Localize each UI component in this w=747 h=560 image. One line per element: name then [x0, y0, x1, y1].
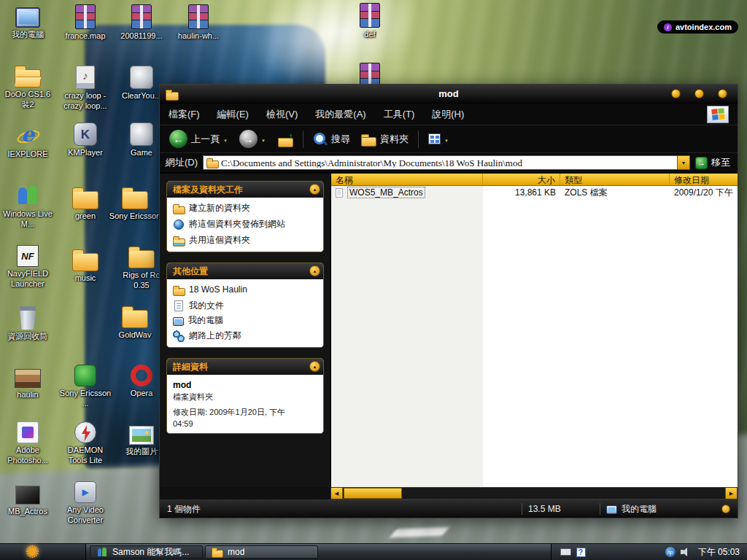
- status-location: 我的電腦: [606, 503, 716, 516]
- desktop-icon[interactable]: Windows Live M...: [0, 184, 55, 230]
- desktop-icon[interactable]: Any Video Converter: [58, 481, 113, 526]
- place-link[interactable]: 網路上的芳鄰: [173, 330, 317, 342]
- desktop-icon-label: haulin-wh...: [178, 31, 219, 42]
- desktop-icon[interactable]: 我的電腦: [0, 4, 55, 40]
- help-tray-icon[interactable]: [576, 548, 586, 557]
- desktop-icon-label: Sony Ericsson ...: [58, 389, 112, 409]
- menu-bar-items: 檔案(F)編輯(E)檢視(V)我的最愛(A)工具(T)說明(H): [169, 108, 464, 121]
- toolbar-separator: [418, 131, 419, 148]
- place-link[interactable]: 18 WoS Haulin: [173, 284, 317, 296]
- task-link-label: 共用這個資料夾: [189, 236, 250, 246]
- hp-tray-icon[interactable]: [665, 547, 676, 557]
- collapse-button[interactable]: [309, 184, 320, 195]
- search-label: 搜尋: [331, 133, 350, 146]
- desktop-icon[interactable]: GoldWav: [107, 305, 163, 341]
- column-header[interactable]: 名稱: [331, 174, 483, 185]
- address-input[interactable]: C:\Documents and Settings\Administrator\…: [203, 155, 690, 170]
- desktop-icon[interactable]: haulin: [0, 365, 55, 400]
- menu-help[interactable]: 說明(H): [432, 108, 464, 121]
- windows-flag-icon: [711, 108, 724, 120]
- menu-favorites[interactable]: 我的最愛(A): [315, 108, 365, 121]
- scrollbar-thumb[interactable]: [344, 488, 402, 499]
- desktop-icon[interactable]: france.map: [58, 4, 113, 42]
- close-button[interactable]: [718, 89, 727, 98]
- status-separator: [600, 503, 600, 515]
- watermark-badge[interactable]: avtoindex.com: [657, 20, 738, 34]
- back-button[interactable]: 上一頁: [166, 128, 233, 150]
- volume-icon[interactable]: [681, 548, 690, 556]
- desktop-icon-label: crazy loop - crazy loop...: [58, 91, 112, 112]
- details-header[interactable]: 詳細資料: [167, 359, 323, 375]
- collapse-button[interactable]: [309, 265, 320, 276]
- title-bar[interactable]: mod: [160, 85, 738, 104]
- desktop-icon[interactable]: DAEMON Tools Lite: [58, 421, 113, 466]
- horizontal-scrollbar[interactable]: ◀ ▶: [330, 487, 738, 499]
- go-label: 移至: [711, 156, 730, 169]
- task-link-label: 我的文件: [189, 301, 224, 311]
- start-button[interactable]: [0, 544, 86, 560]
- desktop-icon[interactable]: DoOo CS1.6 裝2: [0, 64, 55, 110]
- file-row[interactable]: WOS5_MB_Actros13,861 KBZOLS 檔案2009/1/20 …: [331, 186, 738, 199]
- desktop-icon[interactable]: Sony Ericsson: [107, 186, 163, 222]
- place-link[interactable]: 我的文件: [173, 300, 317, 311]
- place-link[interactable]: 我的電腦: [173, 316, 317, 326]
- file-rows-area[interactable]: WOS5_MB_Actros13,861 KBZOLS 檔案2009/1/20 …: [331, 186, 738, 487]
- desktop-icon[interactable]: crazy loop - crazy loop...: [58, 66, 113, 112]
- desktop-icon[interactable]: MB_Actros: [0, 481, 55, 517]
- keyboard-tray-icon[interactable]: [560, 548, 571, 556]
- newfolder-icon: [173, 203, 185, 214]
- search-button[interactable]: 搜尋: [309, 130, 354, 149]
- desktop-icon[interactable]: NavyFIELD Launcher: [0, 245, 55, 289]
- column-headers: 名稱大小類型修改日期: [331, 174, 738, 186]
- file-tasks-header[interactable]: 檔案及資料夾工作: [167, 182, 323, 198]
- menu-tools[interactable]: 工具(T): [384, 108, 415, 121]
- desktop-icon-label: KMPlayer: [68, 148, 103, 158]
- task-button-label: mod: [228, 547, 244, 557]
- desktop-icon[interactable]: 20081199...: [114, 4, 169, 42]
- forward-button[interactable]: [236, 128, 271, 150]
- task-link[interactable]: 將這個資料夾發佈到網站: [173, 219, 317, 230]
- status-location-label: 我的電腦: [622, 503, 657, 516]
- desktop-icon[interactable]: music: [58, 248, 113, 284]
- views-dropdown-icon[interactable]: [444, 133, 450, 144]
- desktop-icon[interactable]: Sony Ericsson ...: [58, 365, 113, 409]
- maximize-button[interactable]: [694, 89, 704, 98]
- address-dropdown-button[interactable]: [677, 156, 689, 169]
- go-button[interactable]: 移至: [695, 156, 732, 169]
- desktop-icon[interactable]: 資源回收筒: [0, 306, 55, 342]
- taskbar-task[interactable]: Samson 能幫我嗎...: [90, 545, 203, 559]
- menu-file[interactable]: 檔案(F): [169, 108, 200, 121]
- menu-edit[interactable]: 編輯(E): [217, 108, 249, 121]
- collapse-button[interactable]: [309, 361, 320, 372]
- window-title: mod: [160, 88, 738, 99]
- status-size: 13.5 MB: [528, 504, 594, 514]
- task-link[interactable]: 建立新的資料夾: [173, 203, 317, 214]
- scroll-left-button[interactable]: ◀: [331, 488, 343, 499]
- desktop-icon[interactable]: green: [58, 186, 113, 222]
- forward-dropdown-icon[interactable]: [261, 133, 267, 144]
- photoshop-icon: [17, 421, 39, 443]
- column-header[interactable]: 大小: [483, 174, 560, 185]
- desktop-icon[interactable]: IEXPLORE: [0, 122, 55, 160]
- desktop-icon[interactable]: Adobe Photosho...: [0, 421, 55, 466]
- views-button[interactable]: [425, 131, 454, 147]
- task-link[interactable]: 共用這個資料夾: [173, 235, 317, 246]
- clock: 下午 05:03: [698, 546, 740, 559]
- menu-view[interactable]: 檢視(V): [266, 108, 298, 121]
- file-modified-cell: 2009/1/20 下午: [670, 187, 738, 199]
- column-header[interactable]: 修改日期: [670, 174, 738, 185]
- column-header[interactable]: 類型: [560, 174, 670, 185]
- folders-button[interactable]: 資料夾: [357, 131, 412, 148]
- daemon-icon: [74, 421, 96, 443]
- taskbar-task[interactable]: mod: [205, 545, 318, 559]
- task-link-label: 網路上的芳鄰: [189, 331, 241, 341]
- minimize-button[interactable]: [671, 89, 681, 98]
- folders-icon: [360, 133, 376, 146]
- up-button[interactable]: [274, 130, 297, 149]
- desktop-icon[interactable]: def: [342, 3, 398, 40]
- other-places-header[interactable]: 其他位置: [167, 263, 323, 279]
- desktop-icon[interactable]: KMPlayer: [58, 122, 113, 158]
- desktop-icon[interactable]: haulin-wh...: [171, 4, 226, 42]
- scroll-right-button[interactable]: ▶: [725, 488, 737, 499]
- back-dropdown-icon[interactable]: [223, 133, 229, 144]
